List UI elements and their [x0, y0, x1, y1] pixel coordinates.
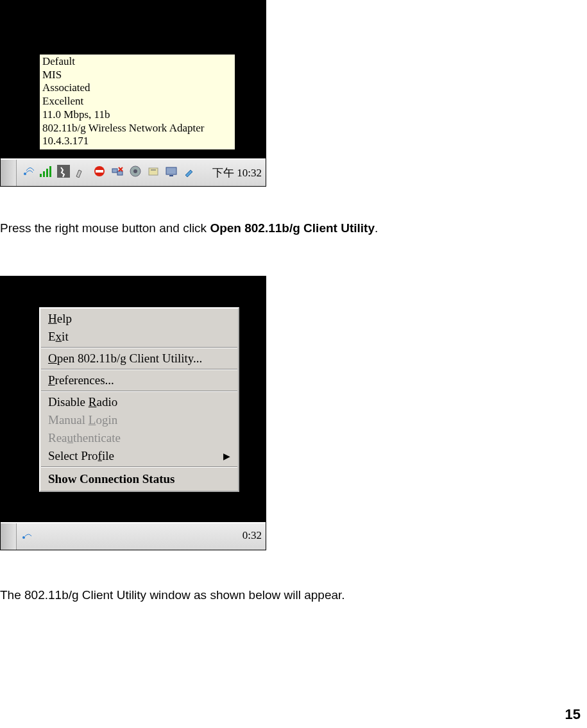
- wireless-tooltip: Default MIS Associated Excellent 11.0 Mb…: [39, 54, 235, 150]
- instr1-suffix: .: [375, 221, 378, 235]
- tray-grip: [1, 160, 17, 186]
- menu-select-profile[interactable]: Select Profile▶: [40, 447, 238, 465]
- monitor-icon[interactable]: [164, 164, 179, 179]
- svg-point-16: [22, 536, 25, 539]
- svg-rect-14: [166, 167, 176, 174]
- wireless-icon[interactable]: [20, 529, 33, 545]
- instr1-bold: Open 802.11b/g Client Utility: [210, 221, 375, 235]
- tray-context-menu: Help Exit Open 802.11b/g Client Utility.…: [39, 307, 239, 492]
- running-icon[interactable]: [56, 164, 71, 179]
- menu-exit[interactable]: Exit: [40, 328, 238, 346]
- menu-manual-login: Manual Login: [40, 411, 238, 429]
- svg-rect-7: [96, 170, 103, 173]
- svg-point-11: [133, 169, 137, 173]
- pen-icon[interactable]: [74, 164, 89, 179]
- menu-separator: [41, 391, 237, 392]
- network-x-icon[interactable]: [110, 164, 125, 179]
- svg-rect-15: [169, 175, 173, 176]
- submenu-arrow-icon: ▶: [223, 451, 230, 462]
- svg-rect-2: [43, 171, 45, 177]
- tool-icon[interactable]: [182, 164, 197, 179]
- signal-icon[interactable]: [38, 164, 53, 179]
- tooltip-line: 11.0 Mbps, 11b: [42, 108, 232, 122]
- svg-point-0: [24, 173, 26, 175]
- svg-rect-13: [151, 169, 156, 171]
- page-number: 15: [565, 706, 581, 723]
- tooltip-line: Associated: [42, 81, 232, 95]
- menu-show-connection-status[interactable]: Show Connection Status: [40, 469, 238, 489]
- tooltip-line: Excellent: [42, 95, 232, 108]
- system-tray: 0:32: [1, 522, 266, 550]
- menu-separator: [41, 369, 237, 370]
- svg-rect-8: [112, 169, 117, 173]
- tray-grip: [1, 523, 17, 550]
- menu-reauthenticate: Reauthenticate: [40, 429, 238, 447]
- svg-rect-1: [40, 174, 42, 177]
- menu-separator: [41, 347, 237, 348]
- blocked-icon[interactable]: [92, 164, 107, 179]
- svg-rect-4: [49, 166, 51, 177]
- menu-separator: [41, 466, 237, 468]
- instruction-text-1: Press the right mouse button and click O…: [0, 221, 577, 235]
- volume-icon[interactable]: [128, 164, 143, 179]
- svg-rect-3: [46, 169, 48, 177]
- menu-preferences[interactable]: Preferences...: [40, 371, 238, 389]
- svg-rect-9: [117, 171, 123, 175]
- tray-clock: 0:32: [242, 529, 262, 542]
- tray-clock: 下午 10:32: [212, 165, 262, 180]
- tooltip-line: Default: [42, 55, 232, 69]
- menu-open-client-utility[interactable]: Open 802.11b/g Client Utility...: [40, 350, 238, 368]
- menu-help[interactable]: Help: [40, 310, 238, 328]
- svg-rect-12: [149, 168, 158, 175]
- instruction-text-2: The 802.11b/g Client Utility window as s…: [0, 588, 577, 602]
- context-menu-screenshot: Help Exit Open 802.11b/g Client Utility.…: [0, 276, 266, 550]
- wireless-icon[interactable]: [20, 164, 35, 179]
- tray-icons: [20, 164, 197, 179]
- system-tray: 下午 10:32: [1, 158, 266, 186]
- tooltip-line: 10.4.3.171: [42, 135, 232, 148]
- instr1-prefix: Press the right mouse button and click: [0, 221, 210, 235]
- tooltip-line: MIS: [42, 69, 232, 82]
- menu-disable-radio[interactable]: Disable Radio: [40, 393, 238, 411]
- tooltip-screenshot: Default MIS Associated Excellent 11.0 Mb…: [0, 0, 266, 187]
- device-icon[interactable]: [146, 164, 161, 179]
- tooltip-line: 802.11b/g Wireless Network Adapter: [42, 122, 232, 135]
